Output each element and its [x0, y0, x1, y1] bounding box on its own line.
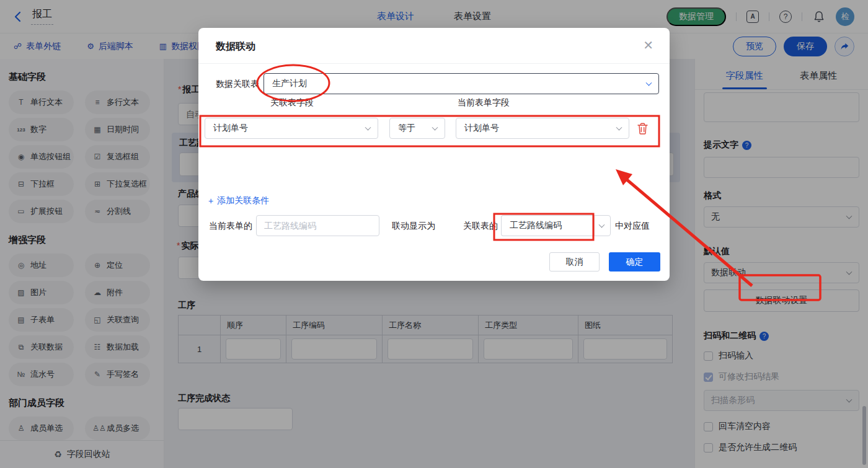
operator-select[interactable]: 等于	[389, 118, 445, 139]
related-table-label: 关联表的	[463, 221, 498, 232]
confirm-button[interactable]: 确定	[609, 252, 660, 272]
relation-table-label: 数据关联表	[216, 79, 259, 90]
modal-title: 数据联动	[216, 40, 255, 53]
chevron-down-icon	[616, 125, 622, 131]
current-form-field-input[interactable]	[256, 215, 379, 236]
related-field-chevron[interactable]	[594, 215, 611, 236]
related-field-value-select[interactable]: 工艺路线编码	[501, 215, 594, 236]
related-field-select[interactable]: 计划单号	[205, 118, 378, 139]
add-condition-link[interactable]: +添加关联条件	[208, 195, 269, 206]
delete-condition-icon[interactable]	[637, 123, 650, 135]
close-icon[interactable]: ✕	[643, 39, 653, 51]
chevron-down-icon	[646, 80, 652, 86]
linkage-display-label: 联动显示为	[392, 221, 435, 232]
current-form-column-header: 当前表单字段	[458, 97, 510, 108]
chevron-down-icon	[432, 125, 438, 131]
value-suffix-label: 中对应值	[615, 221, 650, 232]
chevron-down-icon	[365, 125, 371, 131]
current-form-prefix-label: 当前表单的	[209, 221, 252, 232]
form-field-select[interactable]: 计划单号	[456, 118, 629, 139]
related-field-column-header: 关联表字段	[270, 97, 314, 108]
cancel-button[interactable]: 取消	[549, 252, 600, 272]
chevron-down-icon	[599, 222, 605, 228]
plus-icon: +	[208, 196, 213, 206]
app-root: 报工 表单设计 表单设置 数据管理 A ? 检 ☍表单外链 ⚙后端脚本 ▥数据权…	[0, 0, 868, 468]
divider	[198, 63, 670, 64]
data-linkage-modal: 数据联动 ✕ 数据关联表 生产计划 关联表字段 当前表单字段 计划单号 等于 计…	[198, 28, 670, 281]
relation-table-select[interactable]: 生产计划	[264, 73, 659, 94]
